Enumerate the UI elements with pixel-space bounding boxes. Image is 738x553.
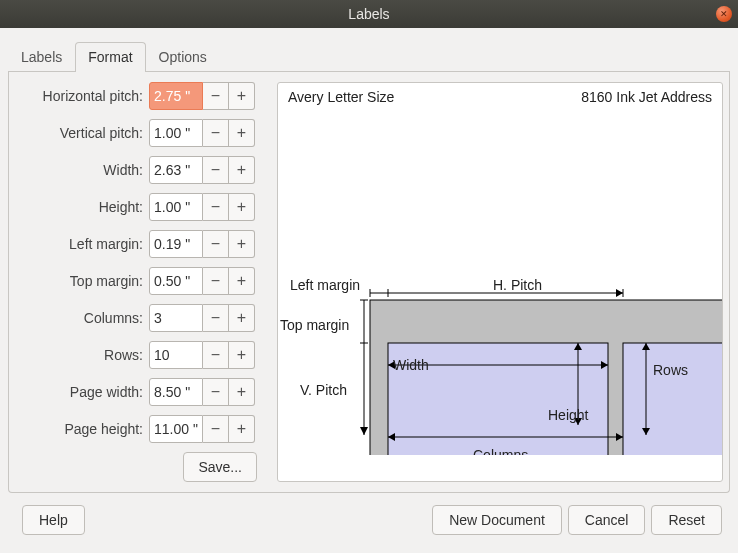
diagram-columns-label: Columns [473, 447, 528, 455]
width-stepper: − + [149, 156, 255, 184]
dialog-footer: Help New Document Cancel Reset [8, 493, 730, 543]
rows-increment[interactable]: + [229, 341, 255, 369]
preview-type: 8160 Ink Jet Address [581, 89, 712, 105]
vpitch-input[interactable] [149, 119, 203, 147]
vpitch-label: Vertical pitch: [15, 125, 149, 141]
width-label: Width: [15, 162, 149, 178]
cols-increment[interactable]: + [229, 304, 255, 332]
svg-marker-13 [360, 427, 368, 435]
svg-marker-8 [616, 289, 623, 297]
window-title: Labels [348, 6, 389, 22]
tmargin-increment[interactable]: + [229, 267, 255, 295]
width-input[interactable] [149, 156, 203, 184]
reset-button[interactable]: Reset [651, 505, 722, 535]
rows-stepper: − + [149, 341, 255, 369]
width-increment[interactable]: + [229, 156, 255, 184]
cancel-button[interactable]: Cancel [568, 505, 646, 535]
vpitch-stepper: − + [149, 119, 255, 147]
tab-labels[interactable]: Labels [8, 42, 75, 72]
vpitch-decrement[interactable]: − [203, 119, 229, 147]
lmargin-increment[interactable]: + [229, 230, 255, 258]
rows-decrement[interactable]: − [203, 341, 229, 369]
lmargin-decrement[interactable]: − [203, 230, 229, 258]
cols-decrement[interactable]: − [203, 304, 229, 332]
help-button[interactable]: Help [22, 505, 85, 535]
tab-panel-format: Horizontal pitch: − + Vertical pitch: − … [8, 72, 730, 493]
hpitch-stepper: − + [149, 82, 255, 110]
cols-label: Columns: [15, 310, 149, 326]
height-label: Height: [15, 199, 149, 215]
lmargin-stepper: − + [149, 230, 255, 258]
width-decrement[interactable]: − [203, 156, 229, 184]
pagew-stepper: − + [149, 378, 255, 406]
lmargin-label: Left margin: [15, 236, 149, 252]
pagew-increment[interactable]: + [229, 378, 255, 406]
svg-rect-2 [623, 343, 723, 455]
window-titlebar: Labels ✕ [0, 0, 738, 28]
diagram-leftmargin-label: Left margin [290, 277, 360, 293]
cols-stepper: − + [149, 304, 255, 332]
dialog-content: Labels Format Options Horizontal pitch: … [0, 28, 738, 551]
diagram-width-label: Width [393, 357, 429, 373]
diagram-height-label: Height [548, 407, 589, 423]
diagram-rows-label: Rows [653, 362, 688, 378]
cols-input[interactable] [149, 304, 203, 332]
rows-label: Rows: [15, 347, 149, 363]
hpitch-decrement[interactable]: − [203, 82, 229, 110]
tmargin-stepper: − + [149, 267, 255, 295]
rows-input[interactable] [149, 341, 203, 369]
pageh-input[interactable] [149, 415, 203, 443]
tmargin-decrement[interactable]: − [203, 267, 229, 295]
preview-brand: Avery Letter Size [288, 89, 394, 105]
diagram-hpitch-label: H. Pitch [493, 277, 542, 293]
vpitch-increment[interactable]: + [229, 119, 255, 147]
height-stepper: − + [149, 193, 255, 221]
format-form: Horizontal pitch: − + Vertical pitch: − … [15, 82, 265, 482]
tab-bar: Labels Format Options [8, 36, 730, 72]
tab-options[interactable]: Options [146, 42, 220, 72]
pagew-input[interactable] [149, 378, 203, 406]
pageh-label: Page height: [15, 421, 149, 437]
height-increment[interactable]: + [229, 193, 255, 221]
label-preview: Avery Letter Size 8160 Ink Jet Address [277, 82, 723, 482]
save-button[interactable]: Save... [183, 452, 257, 482]
hpitch-input[interactable] [149, 82, 203, 110]
height-input[interactable] [149, 193, 203, 221]
pageh-stepper: − + [149, 415, 255, 443]
hpitch-increment[interactable]: + [229, 82, 255, 110]
label-diagram: Left margin H. Pitch Top margin V. Pitch… [278, 115, 723, 455]
pagew-decrement[interactable]: − [203, 378, 229, 406]
pagew-label: Page width: [15, 384, 149, 400]
pageh-decrement[interactable]: − [203, 415, 229, 443]
height-decrement[interactable]: − [203, 193, 229, 221]
hpitch-label: Horizontal pitch: [15, 88, 149, 104]
tmargin-label: Top margin: [15, 273, 149, 289]
tab-format[interactable]: Format [75, 42, 145, 72]
tmargin-input[interactable] [149, 267, 203, 295]
close-icon[interactable]: ✕ [716, 6, 732, 22]
diagram-topmargin-label: Top margin [280, 317, 349, 333]
diagram-vpitch-label: V. Pitch [300, 382, 347, 398]
lmargin-input[interactable] [149, 230, 203, 258]
pageh-increment[interactable]: + [229, 415, 255, 443]
new-document-button[interactable]: New Document [432, 505, 562, 535]
